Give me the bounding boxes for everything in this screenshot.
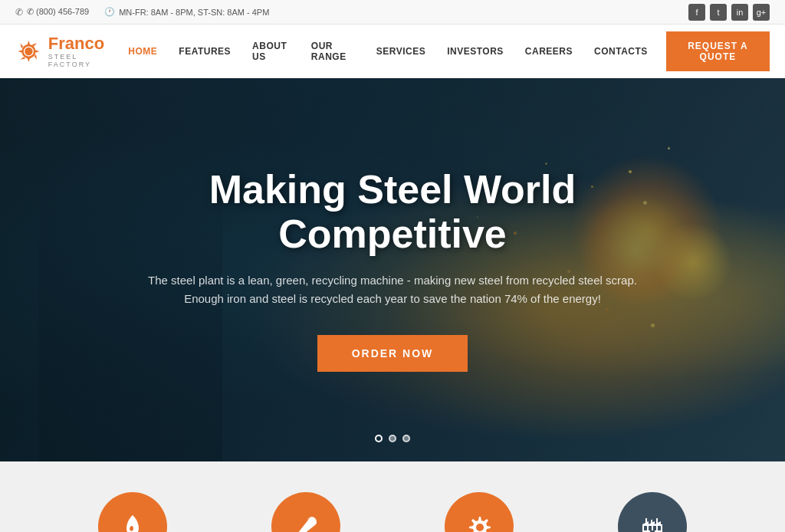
nav-item-careers[interactable]: CAREERS	[514, 40, 583, 63]
nav-item-range[interactable]: OUR RANGE	[301, 34, 366, 68]
gear-svg	[463, 511, 495, 532]
hero-section: Making Steel World Competitive The steel…	[0, 78, 785, 461]
phone-icon: ✆	[15, 7, 23, 18]
nav-item-about[interactable]: ABOUT US	[241, 34, 301, 68]
order-now-button[interactable]: ORDER NOW	[317, 335, 468, 372]
googleplus-icon[interactable]: g+	[753, 4, 770, 21]
svg-rect-9	[658, 526, 661, 530]
feature-item-4	[618, 492, 687, 532]
hero-title: Making Steel World Competitive	[128, 168, 657, 255]
logo-name: Franco	[48, 34, 118, 53]
slider-dot-2[interactable]	[389, 435, 396, 442]
feature-item-3	[445, 492, 514, 532]
svg-rect-8	[653, 526, 656, 530]
slider-dots	[375, 435, 410, 442]
svg-point-4	[476, 524, 484, 531]
phone-info: ✆ ✆ (800) 456-789	[15, 7, 89, 18]
svg-point-2	[25, 48, 32, 55]
nav-item-contacts[interactable]: CONTACTS	[583, 40, 659, 63]
header: Franco STEEL FACTORY HOME FEATURES ABOUT…	[0, 25, 785, 78]
nav-item-services[interactable]: SERVICES	[366, 40, 436, 63]
feature-icon-gear	[445, 492, 514, 532]
svg-rect-6	[644, 526, 647, 530]
logo[interactable]: Franco STEEL FACTORY	[15, 34, 117, 68]
nav-item-investors[interactable]: INVESTORS	[436, 40, 514, 63]
logo-gear-icon	[15, 37, 42, 66]
facebook-icon[interactable]: f	[688, 4, 705, 21]
request-quote-button[interactable]: REQUEST A QUOTE	[666, 31, 770, 71]
nav-item-home[interactable]: HOME	[117, 40, 168, 63]
feature-icon-factory	[618, 492, 687, 532]
logo-subtitle: STEEL FACTORY	[48, 53, 118, 68]
main-nav: HOME FEATURES ABOUT US OUR RANGE SERVICE…	[117, 31, 770, 71]
top-bar: ✆ ✆ (800) 456-789 🕐 MN-FR: 8AM - 8PM, ST…	[0, 0, 785, 25]
logo-text: Franco STEEL FACTORY	[48, 34, 118, 68]
hero-content: Making Steel World Competitive The steel…	[105, 168, 680, 371]
twitter-icon[interactable]: t	[710, 4, 727, 21]
hours-text: MN-FR: 8AM - 8PM, ST-SN: 8AM - 4PM	[119, 8, 269, 17]
top-bar-info: ✆ ✆ (800) 456-789 🕐 MN-FR: 8AM - 8PM, ST…	[15, 7, 269, 18]
feature-icon-fire	[98, 492, 167, 532]
feature-icon-wrench	[271, 492, 340, 532]
hours-info: 🕐 MN-FR: 8AM - 8PM, ST-SN: 8AM - 4PM	[104, 7, 269, 17]
svg-rect-7	[649, 526, 652, 530]
social-links: f t in g+	[688, 4, 770, 21]
phone-number: ✆ (800) 456-789	[27, 7, 89, 17]
wrench-svg	[290, 511, 322, 532]
fire-svg	[117, 511, 148, 532]
slider-dot-1[interactable]	[375, 435, 383, 442]
slider-dot-3[interactable]	[402, 435, 410, 442]
features-row	[0, 461, 785, 532]
feature-item-1	[98, 492, 167, 532]
nav-item-features[interactable]: FEATURES	[168, 40, 241, 63]
linkedin-icon[interactable]: in	[731, 4, 748, 21]
hero-subtitle: The steel plant is a lean, green, recycl…	[128, 271, 657, 308]
feature-item-2	[271, 492, 340, 532]
clock-icon: 🕐	[104, 7, 115, 17]
factory-svg	[636, 511, 668, 532]
